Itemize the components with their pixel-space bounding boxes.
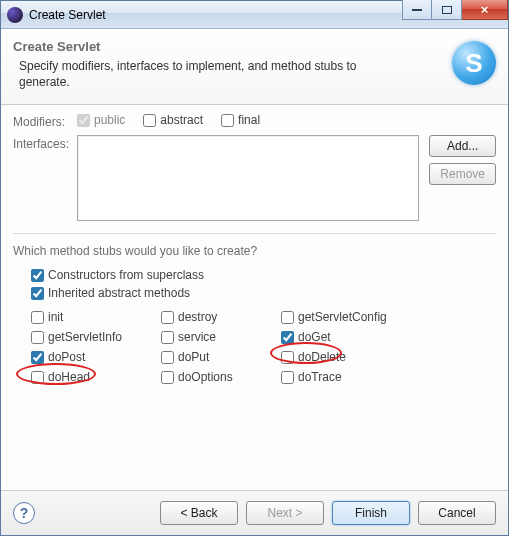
stub-inherited[interactable]: Inherited abstract methods xyxy=(31,286,496,300)
next-button: Next > xyxy=(246,501,324,525)
cancel-button[interactable]: Cancel xyxy=(418,501,496,525)
stub-getservletconfig-checkbox[interactable] xyxy=(281,311,294,324)
stub-dooptions-checkbox[interactable] xyxy=(161,371,174,384)
interfaces-label: Interfaces: xyxy=(13,135,77,151)
modifier-public-label: public xyxy=(94,113,125,127)
eclipse-icon xyxy=(7,7,23,23)
stub-dotrace[interactable]: doTrace xyxy=(281,370,431,384)
help-icon[interactable]: ? xyxy=(13,502,35,524)
modifier-public-checkbox xyxy=(77,114,90,127)
servlet-icon: S xyxy=(452,41,496,85)
modifiers-row: Modifiers: public abstract final xyxy=(13,113,496,129)
stub-destroy-checkbox[interactable] xyxy=(161,311,174,324)
modifier-final-label: final xyxy=(238,113,260,127)
stub-dohead[interactable]: doHead xyxy=(31,370,161,384)
stub-constructors-label: Constructors from superclass xyxy=(48,268,204,282)
stub-dopost-label: doPost xyxy=(48,350,85,364)
stub-constructors[interactable]: Constructors from superclass xyxy=(31,268,496,282)
stub-doget[interactable]: doGet xyxy=(281,330,431,344)
stub-getservletinfo-checkbox[interactable] xyxy=(31,331,44,344)
stubs-grid: init destroy getServletConfig getServlet… xyxy=(31,310,496,384)
dialog-window: Create Servlet × Create Servlet Specify … xyxy=(0,0,509,536)
stub-dotrace-label: doTrace xyxy=(298,370,342,384)
stub-dopost-checkbox[interactable] xyxy=(31,351,44,364)
modifier-abstract-checkbox[interactable] xyxy=(143,114,156,127)
stub-dooptions[interactable]: doOptions xyxy=(161,370,281,384)
stub-getservletconfig[interactable]: getServletConfig xyxy=(281,310,431,324)
stub-init-label: init xyxy=(48,310,63,324)
stub-dohead-checkbox[interactable] xyxy=(31,371,44,384)
stubs-top-group: Constructors from superclass Inherited a… xyxy=(31,268,496,300)
modifier-final-checkbox[interactable] xyxy=(221,114,234,127)
close-button[interactable]: × xyxy=(462,0,508,20)
stub-doput-checkbox[interactable] xyxy=(161,351,174,364)
stub-dooptions-label: doOptions xyxy=(178,370,233,384)
titlebar: Create Servlet × xyxy=(1,1,508,29)
stub-getservletconfig-label: getServletConfig xyxy=(298,310,387,324)
stub-dodelete-label: doDelete xyxy=(298,350,346,364)
stub-service[interactable]: service xyxy=(161,330,281,344)
stub-doput-label: doPut xyxy=(178,350,209,364)
stub-dohead-label: doHead xyxy=(48,370,90,384)
separator xyxy=(13,233,496,234)
window-controls: × xyxy=(402,1,508,28)
stub-dotrace-checkbox[interactable] xyxy=(281,371,294,384)
add-interface-button[interactable]: Add... xyxy=(429,135,496,157)
window-title: Create Servlet xyxy=(29,8,402,22)
stub-inherited-checkbox[interactable] xyxy=(31,287,44,300)
stub-destroy[interactable]: destroy xyxy=(161,310,281,324)
banner-description: Specify modifiers, interfaces to impleme… xyxy=(13,58,373,90)
remove-interface-button: Remove xyxy=(429,163,496,185)
stub-destroy-label: destroy xyxy=(178,310,217,324)
modifier-final[interactable]: final xyxy=(221,113,260,127)
stub-init-checkbox[interactable] xyxy=(31,311,44,324)
modifier-public: public xyxy=(77,113,125,127)
stub-dodelete[interactable]: doDelete xyxy=(281,350,431,364)
back-button[interactable]: < Back xyxy=(160,501,238,525)
modifier-abstract[interactable]: abstract xyxy=(143,113,203,127)
maximize-button[interactable] xyxy=(432,0,462,20)
stub-inherited-label: Inherited abstract methods xyxy=(48,286,190,300)
minimize-button[interactable] xyxy=(402,0,432,20)
stub-constructors-checkbox[interactable] xyxy=(31,269,44,282)
stub-dopost[interactable]: doPost xyxy=(31,350,161,364)
modifiers-label: Modifiers: xyxy=(13,113,77,129)
stub-doput[interactable]: doPut xyxy=(161,350,281,364)
wizard-banner: Create Servlet Specify modifiers, interf… xyxy=(1,29,508,105)
stub-dodelete-checkbox[interactable] xyxy=(281,351,294,364)
modifier-abstract-label: abstract xyxy=(160,113,203,127)
wizard-footer: ? < Back Next > Finish Cancel xyxy=(1,490,508,535)
stub-service-checkbox[interactable] xyxy=(161,331,174,344)
stub-doget-checkbox[interactable] xyxy=(281,331,294,344)
wizard-content: Modifiers: public abstract final Interfa… xyxy=(1,105,508,490)
finish-button[interactable]: Finish xyxy=(332,501,410,525)
stub-getservletinfo-label: getServletInfo xyxy=(48,330,122,344)
stub-doget-label: doGet xyxy=(298,330,331,344)
banner-heading: Create Servlet xyxy=(13,39,444,54)
stub-getservletinfo[interactable]: getServletInfo xyxy=(31,330,161,344)
stubs-question: Which method stubs would you like to cre… xyxy=(13,244,496,258)
interfaces-list[interactable] xyxy=(77,135,419,221)
stub-service-label: service xyxy=(178,330,216,344)
stub-init[interactable]: init xyxy=(31,310,161,324)
interfaces-row: Interfaces: Add... Remove xyxy=(13,135,496,221)
